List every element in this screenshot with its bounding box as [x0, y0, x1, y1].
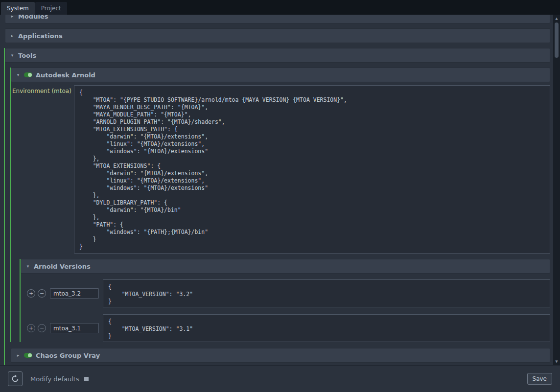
version-name-input[interactable] — [50, 323, 99, 333]
group-chaos-group-vray-label: Chaos Group Vray — [36, 352, 100, 359]
scroll-up-button[interactable]: ▲ — [553, 15, 560, 22]
vertical-scrollbar[interactable]: ▲ ▼ — [553, 15, 560, 365]
section-header-tools[interactable]: ▾ Tools — [5, 48, 550, 63]
settings-window: System Project ▸ Modules ▸ Applications — [0, 0, 560, 392]
expanded-arrow-icon: ▾ — [16, 72, 21, 77]
scroll-up-icon: ▲ — [555, 17, 558, 21]
expanded-arrow-icon: ▾ — [25, 264, 30, 269]
save-button[interactable]: Save — [527, 373, 552, 385]
section-tools: ▾ Tools ▾ Autodesk Arnold — [4, 48, 550, 365]
section-header-modules[interactable]: ▸ Modules — [5, 15, 550, 23]
refresh-button[interactable] — [8, 371, 23, 386]
section-modules: ▸ Modules — [4, 15, 550, 23]
plus-icon: + — [29, 291, 33, 296]
section-tools-label: Tools — [18, 52, 36, 59]
group-arnold-versions-label: Arnold Versions — [34, 263, 91, 270]
environment-json-textarea[interactable]: { "MTOA": "{PYPE_STUDIO_SOFTWARE}/arnold… — [74, 85, 550, 254]
environment-mtoa-field: Environment (mtoa) { "MTOA": "{PYPE_STUD… — [12, 85, 550, 254]
minus-icon: − — [40, 325, 44, 331]
group-autodesk-arnold-label: Autodesk Arnold — [36, 71, 95, 79]
section-header-applications[interactable]: ▸ Applications — [5, 28, 550, 43]
version-row: + − { "MTOA_VERSION": "3.2" } — [27, 279, 550, 307]
collapsed-arrow-icon: ▸ — [10, 15, 15, 19]
environment-mtoa-label: Environment (mtoa) — [12, 85, 72, 94]
remove-version-button[interactable]: − — [38, 289, 46, 298]
scroll-down-button[interactable]: ▼ — [553, 358, 560, 365]
settings-scroll-area: ▸ Modules ▸ Applications ▾ Tools — [0, 15, 553, 365]
section-applications: ▸ Applications — [4, 28, 550, 43]
expanded-arrow-icon: ▾ — [10, 53, 15, 58]
vray-enabled-toggle-icon[interactable] — [24, 353, 32, 358]
version-row: + − { "MTOA_VERSION": "3.1" } — [27, 314, 550, 342]
group-chaos-group-vray: ▸ Chaos Group Vray — [10, 348, 550, 363]
footer-bar: Modify defaults Save — [0, 365, 560, 392]
tools-children: ▾ Autodesk Arnold Environment (mtoa) { "… — [5, 63, 550, 365]
tab-project[interactable]: Project — [35, 2, 67, 15]
section-modules-label: Modules — [18, 15, 48, 20]
group-header-autodesk-arnold[interactable]: ▾ Autodesk Arnold — [11, 68, 550, 82]
version-json-textarea[interactable]: { "MTOA_VERSION": "3.1" } — [103, 314, 550, 342]
tab-project-label: Project — [41, 5, 61, 12]
refresh-icon — [11, 374, 20, 383]
settings-main: ▸ Modules ▸ Applications ▾ Tools — [0, 15, 560, 365]
add-version-button[interactable]: + — [27, 324, 35, 332]
remove-version-button[interactable]: − — [38, 324, 46, 332]
plus-icon: + — [29, 325, 33, 331]
group-autodesk-arnold: ▾ Autodesk Arnold Environment (mtoa) { "… — [10, 68, 550, 342]
scrollbar-thumb[interactable] — [555, 23, 559, 58]
group-arnold-versions: ▾ Arnold Versions + — [20, 259, 550, 342]
modify-defaults-checkbox[interactable] — [84, 377, 89, 381]
section-applications-label: Applications — [18, 32, 63, 40]
group-header-arnold-versions[interactable]: ▾ Arnold Versions — [21, 259, 550, 274]
modify-defaults-label: Modify defaults — [30, 375, 79, 383]
tab-system[interactable]: System — [1, 2, 35, 15]
minus-icon: − — [40, 291, 44, 296]
arnold-enabled-toggle-icon[interactable] — [24, 72, 32, 77]
tab-bar: System Project — [0, 0, 560, 15]
tab-system-label: System — [7, 5, 29, 12]
version-name-input[interactable] — [50, 288, 99, 299]
arnold-children: Environment (mtoa) { "MTOA": "{PYPE_STUD… — [11, 82, 550, 342]
scroll-down-icon: ▼ — [555, 360, 558, 364]
versions-children: + − { "MTOA_VERSION": "3.2" } — [21, 274, 550, 342]
add-version-button[interactable]: + — [27, 289, 35, 298]
collapsed-arrow-icon: ▸ — [10, 33, 15, 38]
collapsed-arrow-icon: ▸ — [16, 353, 21, 358]
version-json-textarea[interactable]: { "MTOA_VERSION": "3.2" } — [103, 279, 550, 307]
group-header-chaos-group-vray[interactable]: ▸ Chaos Group Vray — [11, 348, 550, 363]
